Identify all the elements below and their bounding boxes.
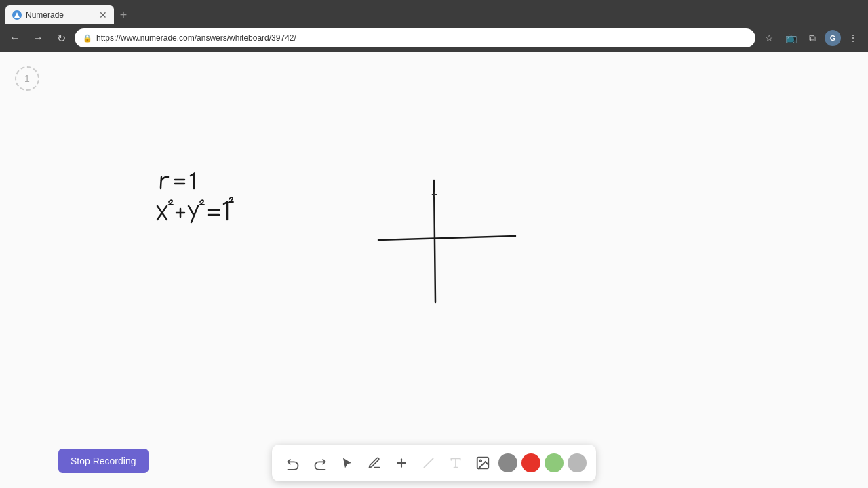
- color-gray-button[interactable]: [498, 453, 517, 472]
- undo-button[interactable]: [281, 451, 304, 474]
- color-lightgray-button[interactable]: [568, 453, 587, 472]
- forward-button[interactable]: →: [28, 28, 47, 47]
- nav-right-buttons: ☆ 📺 ⧉ G ⋮: [760, 28, 863, 47]
- pen-tool-button[interactable]: [363, 451, 386, 474]
- bookmark-bar-button[interactable]: ☆: [760, 28, 778, 47]
- svg-line-3: [424, 458, 433, 467]
- page-indicator: 1: [15, 66, 39, 91]
- tab-close-button[interactable]: ✕: [99, 10, 107, 20]
- svg-marker-0: [14, 12, 20, 18]
- nav-bar: ← → ↻ 🔒 https://www.numerade.com/answers…: [0, 24, 868, 52]
- extensions-button[interactable]: ⧉: [803, 28, 822, 47]
- menu-button[interactable]: ⋮: [844, 28, 863, 47]
- svg-point-5: [479, 460, 481, 462]
- back-button[interactable]: ←: [5, 28, 24, 47]
- color-lightgreen-button[interactable]: [545, 453, 564, 472]
- active-tab[interactable]: Numerade ✕: [5, 5, 114, 24]
- redo-button[interactable]: [309, 451, 332, 474]
- refresh-button[interactable]: ↻: [52, 28, 71, 47]
- chrome-cast-button[interactable]: 📺: [781, 28, 800, 47]
- text-tool-button[interactable]: [444, 451, 467, 474]
- cursor: [434, 194, 445, 205]
- add-tool-button[interactable]: [390, 451, 413, 474]
- address-bar[interactable]: 🔒 https://www.numerade.com/answers/white…: [75, 28, 755, 47]
- line-tool-button[interactable]: [417, 451, 440, 474]
- tab-title: Numerade: [26, 10, 95, 20]
- color-red-button[interactable]: [521, 453, 540, 472]
- tab-favicon: [12, 10, 22, 20]
- whiteboard-drawing: [0, 52, 868, 488]
- whiteboard[interactable]: 1: [0, 52, 868, 488]
- bottom-toolbar: [272, 445, 596, 481]
- tab-bar: Numerade ✕ +: [0, 0, 868, 24]
- browser-window: Numerade ✕ + ← → ↻ 🔒 https://www.numerad…: [0, 0, 868, 488]
- url-text: https://www.numerade.com/answers/whitebo…: [96, 33, 296, 43]
- stop-recording-button[interactable]: Stop Recording: [58, 449, 149, 473]
- content-area: 1: [0, 52, 868, 488]
- new-tab-button[interactable]: +: [114, 5, 133, 24]
- lock-icon: 🔒: [83, 34, 92, 43]
- select-tool-button[interactable]: [336, 451, 359, 474]
- image-tool-button[interactable]: [471, 451, 494, 474]
- profile-button[interactable]: G: [825, 30, 841, 46]
